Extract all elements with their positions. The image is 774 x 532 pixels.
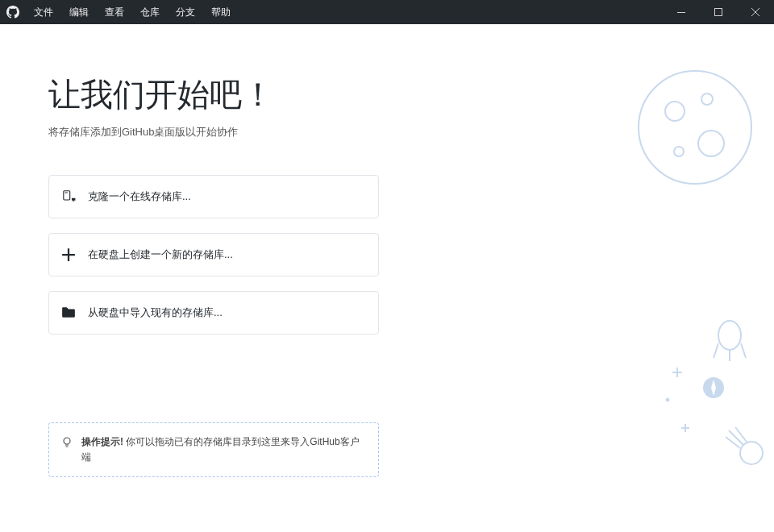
option-label: 克隆一个在线存储库... [88, 189, 191, 204]
page-title: 让我们开始吧！ [48, 73, 774, 117]
page-subtitle: 将存储库添加到GitHub桌面版以开始协作 [48, 125, 774, 139]
add-repo-option[interactable]: 从硬盘中导入现有的存储库... [48, 291, 379, 335]
create-repo-option[interactable]: 在硬盘上创建一个新的存储库... [48, 233, 379, 276]
menu-branch[interactable]: 分支 [168, 1, 203, 24]
svg-point-7 [674, 147, 684, 156]
rocket-decoration [710, 319, 750, 371]
github-icon [6, 6, 19, 19]
welcome-content: 让我们开始吧！ 将存储库添加到GitHub桌面版以开始协作 克隆一个在线存储库.… [0, 24, 774, 532]
protip-body: 你可以拖动已有的存储库目录到这里来导入GitHub客户端 [81, 436, 360, 463]
svg-point-9 [703, 377, 724, 398]
menu-edit[interactable]: 编辑 [61, 1, 97, 24]
menu-bar: 文件 编辑 查看 仓库 分支 帮助 [26, 1, 239, 24]
protip-text: 操作提示! 你可以拖动已有的存储库目录到这里来导入GitHub客户端 [81, 434, 367, 465]
clone-repo-option[interactable]: 克隆一个在线存储库... [48, 175, 379, 218]
maximize-button[interactable] [700, 0, 737, 24]
svg-rect-1 [715, 9, 722, 16]
close-button[interactable] [737, 0, 774, 24]
titlebar: 文件 编辑 查看 仓库 分支 帮助 [0, 0, 774, 24]
svg-point-10 [740, 442, 763, 464]
menu-repository[interactable]: 仓库 [132, 1, 168, 24]
svg-point-11 [666, 398, 669, 401]
protip-box: 操作提示! 你可以拖动已有的存储库目录到这里来导入GitHub客户端 [48, 422, 379, 477]
repo-clone-icon [60, 189, 77, 205]
compass-decoration [701, 376, 726, 403]
option-label: 从硬盘中导入现有的存储库... [88, 305, 223, 320]
menu-view[interactable]: 查看 [97, 1, 132, 24]
sparkles-decoration [661, 368, 693, 451]
option-label: 在硬盘上创建一个新的存储库... [88, 247, 233, 262]
menu-file[interactable]: 文件 [26, 1, 61, 24]
plus-icon [60, 247, 77, 263]
menu-help[interactable]: 帮助 [203, 1, 239, 24]
svg-rect-0 [677, 12, 685, 13]
svg-point-8 [718, 321, 741, 350]
lightbulb-icon [60, 436, 73, 449]
window-controls [663, 0, 774, 24]
protip-label: 操作提示! [81, 436, 123, 447]
comet-decoration [721, 422, 769, 474]
minimize-button[interactable] [663, 0, 700, 24]
folder-icon [60, 305, 77, 321]
svg-point-2 [64, 438, 70, 444]
